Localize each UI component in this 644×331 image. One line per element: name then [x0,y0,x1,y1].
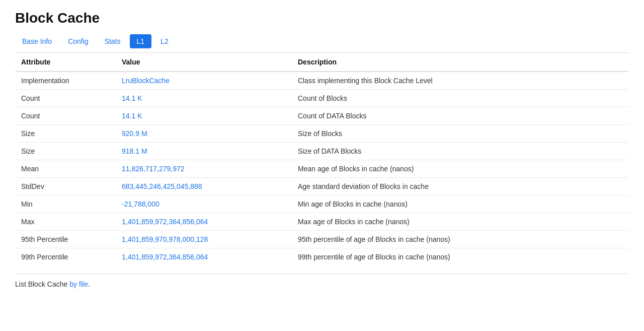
cell-description: Count of Blocks [292,90,629,107]
cell-description: Min age of Blocks in cache (nanos) [292,195,629,213]
cell-value: 14.1 K [116,90,292,107]
col-header-description: Description [292,53,629,72]
tab-stats[interactable]: Stats [98,34,128,48]
cell-description: Age standard deviation of Blocks in cach… [292,178,629,195]
cell-attribute: Count [15,90,116,107]
tabs-nav: Base Info Config Stats L1 L2 [15,34,629,48]
cell-value: 918.1 M [116,143,292,160]
footer-suffix: . [88,280,90,288]
cell-value: 1,401,859,972,364,856,064 [116,213,292,231]
cell-description: Class implementing this Block Cache Leve… [292,72,629,90]
table-row: 95th Percentile1,401,859,970,978,000,128… [15,231,629,248]
cell-description: 99th percentile of age of Blocks in cach… [292,248,629,266]
tab-base-info[interactable]: Base Info [15,34,59,48]
cell-description: Max age of Blocks in cache (nanos) [292,213,629,231]
table-row: StdDev683,445,246,425,045,888Age standar… [15,178,629,195]
cell-attribute: 99th Percentile [15,248,116,266]
table-row: 99th Percentile1,401,859,972,364,856,064… [15,248,629,266]
cell-value: 1,401,859,970,978,000,128 [116,231,292,248]
cell-value: 11,826,717,279,972 [116,160,292,178]
cell-attribute: Max [15,213,116,231]
cell-description: Mean age of Blocks in cache (nanos) [292,160,629,178]
col-header-value: Value [116,53,292,72]
data-table: Attribute Value Description Implementati… [15,53,629,266]
col-header-attribute: Attribute [15,53,116,72]
cell-attribute: 95th Percentile [15,231,116,248]
table-row: ImplementationLruBlockCacheClass impleme… [15,72,629,90]
footer-prefix: List Block Cache [15,280,69,288]
cell-value: 14.1 K [116,107,292,125]
table-row: Size920.9 MSize of Blocks [15,125,629,143]
cell-attribute: Size [15,125,116,143]
table-row: Max1,401,859,972,364,856,064Max age of B… [15,213,629,231]
tab-l1[interactable]: L1 [130,34,152,48]
table-row: Size918.1 MSize of DATA Blocks [15,143,629,160]
cell-value[interactable]: LruBlockCache [116,72,292,90]
cell-value: -21,788,000 [116,195,292,213]
cell-description: Size of DATA Blocks [292,143,629,160]
tab-config[interactable]: Config [61,34,95,48]
cell-description: Count of DATA Blocks [292,107,629,125]
cell-attribute: Implementation [15,72,116,90]
cell-attribute: StdDev [15,178,116,195]
table-row: Mean11,826,717,279,972Mean age of Blocks… [15,160,629,178]
cell-value: 920.9 M [116,125,292,143]
cell-value-link[interactable]: LruBlockCache [122,77,170,85]
cell-attribute: Size [15,143,116,160]
footer-link[interactable]: by file [69,280,88,288]
cell-attribute: Min [15,195,116,213]
cell-attribute: Mean [15,160,116,178]
table-row: Count14.1 KCount of DATA Blocks [15,107,629,125]
tab-l2[interactable]: L2 [153,34,176,48]
table-row: Count14.1 KCount of Blocks [15,90,629,107]
cell-value: 1,401,859,972,364,856,064 [116,248,292,266]
cell-description: 95th percentile of age of Blocks in cach… [292,231,629,248]
cell-description: Size of Blocks [292,125,629,143]
table-header-row: Attribute Value Description [15,53,629,72]
cell-attribute: Count [15,107,116,125]
footer: List Block Cache by file. [15,274,629,288]
cell-value: 683,445,246,425,045,888 [116,178,292,195]
page-title: Block Cache [15,10,629,26]
table-row: Min-21,788,000Min age of Blocks in cache… [15,195,629,213]
